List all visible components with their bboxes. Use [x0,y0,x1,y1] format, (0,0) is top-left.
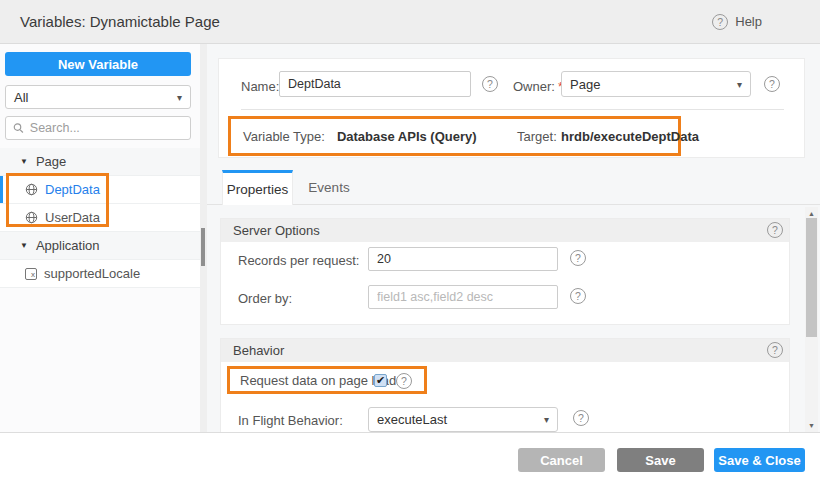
tree-group-application[interactable]: ▼ Application [0,232,200,260]
inflight-behavior-label: In Flight Behavior: [238,413,343,428]
globe-icon [25,183,38,196]
chevron-down-icon: ▾ [737,79,742,90]
page-title: Variables: Dynamictable Page [20,13,220,30]
tree-group-page[interactable]: ▼ Page [0,148,200,176]
behavior-section: Behavior Request data on page load In Fl… [220,338,790,432]
variables-dialog: Variables: Dynamictable Page Help New Va… [0,0,820,488]
target-label: Target: [517,129,557,144]
tree-item-supportedlocale[interactable]: supportedLocale [0,260,200,288]
scroll-down-icon[interactable]: ▼ [805,422,818,429]
help-icon [712,14,728,30]
variable-detail-panel: Name:* Owner:* Page ▾ Variable Type: Dat… [207,44,820,432]
variables-sidebar: New Variable All ▾ ▼ Page [0,44,200,432]
search-box[interactable] [5,116,191,140]
save-button[interactable]: Save [617,448,704,472]
cancel-button[interactable]: Cancel [518,448,605,472]
scroll-up-icon[interactable]: ▲ [805,210,818,217]
tree-group-label: Application [36,238,100,253]
help-icon[interactable] [767,342,783,358]
properties-scrollbar-thumb[interactable] [806,218,817,337]
section-title: Behavior [233,343,284,358]
collapse-triangle-icon: ▼ [20,241,28,250]
help-icon[interactable] [573,410,589,426]
variable-type-label: Variable Type: [243,129,325,144]
tree-item-label: UserData [45,210,100,225]
server-options-header: Server Options [221,219,789,242]
tree-item-label: supportedLocale [44,266,140,281]
help-icon[interactable] [570,250,586,266]
new-variable-button[interactable]: New Variable [5,52,191,76]
tree-item-label: DeptData [45,182,100,197]
variable-type-highlight-box: Variable Type: Database APIs (Query) Tar… [228,116,681,156]
variable-icon [25,268,37,280]
request-data-label: Request data on page load [240,373,396,388]
save-and-close-button[interactable]: Save & Close [714,448,805,472]
sidebar-scrollbar-thumb[interactable] [201,228,205,266]
help-icon[interactable] [570,288,586,304]
variables-tree: ▼ Page DeptData [0,148,200,288]
tab-properties[interactable]: Properties [222,170,293,205]
inflight-behavior-value: executeLast [377,412,447,427]
properties-scrollbar[interactable]: ▲ ▼ [805,207,818,432]
behavior-header: Behavior [221,339,789,362]
globe-icon [25,211,38,224]
help-button[interactable]: Help [712,14,762,30]
order-by-input[interactable] [368,285,558,309]
tab-events[interactable]: Events [294,170,364,205]
help-icon[interactable] [396,373,412,389]
owner-value: Page [570,77,600,92]
search-icon [13,122,24,134]
inflight-behavior-select[interactable]: executeLast ▾ [368,407,558,432]
variable-filter-select[interactable]: All ▾ [5,85,191,109]
tree-group-label: Page [36,154,66,169]
help-label: Help [735,14,762,29]
dialog-footer: Cancel Save Save & Close [0,433,820,488]
owner-select[interactable]: Page ▾ [561,71,751,97]
order-by-label: Order by: [238,291,292,306]
help-icon[interactable] [482,76,498,92]
help-icon[interactable] [764,76,780,92]
dialog-header: Variables: Dynamictable Page Help [0,0,820,44]
search-input[interactable] [30,121,183,135]
target-value: hrdb/executeDeptData [561,129,699,144]
request-data-checkbox[interactable] [374,374,387,387]
tree-item-deptdata[interactable]: DeptData [0,176,200,204]
section-title: Server Options [233,223,320,238]
records-per-request-label: Records per request: [238,253,359,268]
chevron-down-icon: ▾ [544,414,549,425]
help-icon[interactable] [767,222,783,238]
variable-filter-value: All [14,90,28,105]
records-per-request-input[interactable] [368,247,558,271]
workspace: New Variable All ▾ ▼ Page [0,44,820,433]
sidebar-scrollbar[interactable] [200,44,207,432]
variable-type-value: Database APIs (Query) [337,129,477,144]
divider [241,109,784,110]
collapse-triangle-icon: ▼ [20,157,28,166]
variable-summary-card: Name:* Owner:* Page ▾ Variable Type: Dat… [218,58,805,158]
owner-label: Owner:* [513,79,563,94]
tree-item-userdata[interactable]: UserData [0,204,200,232]
name-input[interactable] [279,71,471,97]
server-options-section: Server Options Records per request: Orde… [220,218,790,325]
chevron-down-icon: ▾ [177,92,182,103]
request-data-highlight-box: Request data on page load [227,366,427,394]
